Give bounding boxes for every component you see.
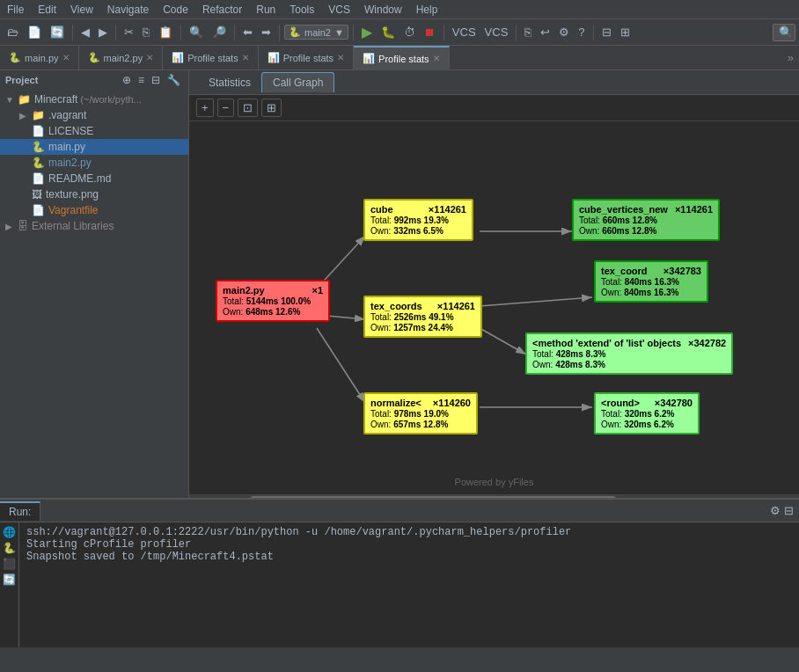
menu-run[interactable]: Run (249, 2, 282, 18)
run-config-dropdown[interactable]: 🐍 main2 ▼ (284, 25, 348, 40)
tab-main-py-close[interactable]: ✕ (62, 53, 70, 62)
sidebar-btn-3[interactable]: ⊟ (149, 73, 163, 87)
tab-main2-py[interactable]: 🐍 main2.py ✕ (79, 46, 164, 70)
tab-profile-stats-1[interactable]: 📊 Profile stats ✕ (163, 46, 258, 70)
help-btn[interactable]: ? (575, 24, 588, 40)
toolbar-search-btn[interactable]: 🔍 (186, 24, 207, 40)
sub-tab-callgraph[interactable]: Call Graph (261, 72, 334, 92)
toolbar-search2-btn[interactable]: 🔎 (209, 24, 230, 40)
fit-btn[interactable]: ⊡ (238, 99, 258, 117)
toolbar-next-btn[interactable]: ➡ (258, 24, 275, 40)
root-folder-icon: 📁 (18, 93, 31, 106)
file-tree: ▼ 📁 Minecraft (~/work/pyth... ▶ 📁 .vagra… (0, 90, 188, 236)
sub-tabbar: Statistics Call Graph (189, 70, 799, 95)
tree-item-main2-py[interactable]: ▶ 🐍 main2.py (0, 155, 188, 171)
tree-root-item[interactable]: ▼ 📁 Minecraft (~/work/pyth... (0, 91, 188, 107)
sub-tab-statistics[interactable]: Statistics (198, 73, 261, 92)
node-tex-coord[interactable]: tex_coord ×342783 Total: 840ms 16.3% Own… (594, 260, 708, 303)
sidebar-btn-2[interactable]: ≡ (136, 73, 147, 87)
node-cube-vertices[interactable]: cube_vertices_new ×114261 Total: 660ms 1… (572, 199, 720, 241)
toolbar-back-btn[interactable]: ◀ (77, 24, 93, 40)
paste2-btn[interactable]: ↩ (537, 24, 553, 40)
run-icon-python[interactable]: 🐍 (3, 542, 16, 554)
menu-refactor[interactable]: Refactor (195, 2, 249, 18)
toolbar-sep-9 (593, 25, 594, 40)
stop-btn[interactable]: ⏹ (421, 24, 439, 40)
tree-item-license[interactable]: ▶ 📄 LICENSE (0, 123, 188, 139)
layout2-btn[interactable]: ⊞ (617, 24, 634, 40)
tab-profile-1-label: Profile stats (187, 53, 238, 63)
layout-btn[interactable]: ⊟ (598, 24, 615, 40)
zoom-in-btn[interactable]: + (196, 99, 214, 117)
toolbar-prev-btn[interactable]: ⬅ (239, 24, 256, 40)
tree-item-main-py[interactable]: ▶ 🐍 main.py (0, 139, 188, 155)
menu-file[interactable]: File (0, 2, 31, 18)
tree-item-readme[interactable]: ▶ 📄 README.md (0, 171, 188, 186)
menu-vcs[interactable]: VCS (321, 2, 357, 18)
export-btn[interactable]: ⊞ (261, 99, 282, 117)
copy2-btn[interactable]: ⎘ (521, 24, 535, 40)
run-icon-globe[interactable]: 🌐 (3, 526, 16, 538)
menu-help[interactable]: Help (409, 2, 445, 18)
tab-main-py[interactable]: 🐍 main.py ✕ (0, 46, 79, 70)
toolbar-new-folder-btn[interactable]: 🗁 (4, 24, 22, 40)
bottom-action-settings[interactable]: ⚙ (770, 504, 781, 517)
sidebar-header: Project ⊕ ≡ ⊟ 🔧 (0, 70, 188, 90)
node-normalize[interactable]: normalize< ×114260 Total: 978ms 19.0% Ow… (363, 392, 478, 435)
menu-edit[interactable]: Edit (31, 2, 63, 18)
tree-item-texture[interactable]: ▶ 🖼 texture.png (0, 186, 188, 202)
tree-item-external-libs[interactable]: ▶ 🗄 External Libraries (0, 218, 188, 234)
toolbar-copy-btn[interactable]: ⎘ (139, 24, 153, 40)
graph-scrollbar-thumb[interactable] (250, 496, 616, 498)
menu-tools[interactable]: Tools (282, 2, 321, 18)
node-cube[interactable]: cube ×114261 Total: 992ms 19.3% Own: 332… (363, 199, 473, 241)
toolbar-new-file-btn[interactable]: 📄 (24, 24, 45, 40)
tab-profile-3-close[interactable]: ✕ (433, 54, 440, 63)
main-py-label: main.py (48, 141, 85, 153)
toolbar-cut-btn[interactable]: ✂ (121, 24, 137, 40)
toolbar-paste-btn[interactable]: 📋 (155, 24, 176, 40)
bottom-action-close[interactable]: ⊟ (784, 504, 794, 517)
toolbar-sync-btn[interactable]: 🔄 (47, 24, 68, 40)
tab-overflow-btn[interactable]: » (782, 51, 799, 64)
tab-profile-stats-3[interactable]: 📊 Profile stats ✕ (354, 46, 449, 70)
toolbar-sep-3 (180, 25, 181, 40)
graph-scrollbar[interactable] (189, 494, 799, 498)
menu-code[interactable]: Code (156, 2, 195, 18)
run-icon-stop[interactable]: ⬛ (3, 558, 16, 570)
content-area: Statistics Call Graph + − ⊡ ⊞ (189, 70, 799, 498)
vcs-btn[interactable]: VCS (449, 24, 480, 40)
tab-profile-stats-2[interactable]: 📊 Profile stats ✕ (259, 46, 354, 70)
tab-main-py-label: main.py (25, 53, 59, 63)
profile-btn[interactable]: ⏱ (400, 24, 419, 40)
zoom-out-btn[interactable]: − (217, 99, 235, 117)
debug-btn[interactable]: 🐛 (378, 24, 399, 40)
sidebar-btn-4[interactable]: 🔧 (165, 73, 183, 87)
sidebar-btn-1[interactable]: ⊕ (120, 73, 134, 87)
node-round-name: <round> ×342780 (601, 398, 693, 408)
node-tex-coords-name: tex_coords ×114261 (370, 301, 475, 311)
node-extend[interactable]: <method 'extend' of 'list' objects ×3427… (525, 332, 733, 375)
run-icon-refresh[interactable]: 🔄 (3, 573, 16, 586)
tab-profile-2-close[interactable]: ✕ (337, 53, 344, 62)
node-tex-coords[interactable]: tex_coords ×114261 Total: 2526ms 49.1% O… (363, 296, 482, 338)
node-round[interactable]: <round> ×342780 Total: 320ms 6.2% Own: 3… (594, 392, 700, 435)
menu-window[interactable]: Window (357, 2, 409, 18)
main-layout: Project ⊕ ≡ ⊟ 🔧 ▼ 📁 Minecraft (~/work/py… (0, 70, 799, 498)
vcs2-btn[interactable]: VCS (481, 24, 512, 40)
node-normalize-name: normalize< ×114260 (370, 398, 471, 408)
menu-view[interactable]: View (63, 2, 100, 18)
tab-profile-1-close[interactable]: ✕ (242, 53, 249, 62)
node-normalize-own: Own: 657ms 12.8% (370, 420, 471, 429)
svg-line-5 (480, 297, 592, 306)
toolbar-forward-btn[interactable]: ▶ (95, 24, 111, 40)
global-search-btn[interactable]: 🔍 (773, 24, 795, 41)
tab-main2-py-close[interactable]: ✕ (146, 53, 153, 62)
tree-item-vagrant-folder[interactable]: ▶ 📁 .vagrant (0, 107, 188, 123)
settings-btn[interactable]: ⚙ (555, 24, 573, 40)
menu-navigate[interactable]: Navigate (100, 2, 156, 18)
node-main2[interactable]: main2.py ×1 Total: 5144ms 100.0% Own: 64… (216, 280, 330, 322)
tree-item-vagrantfile[interactable]: ▶ 📄 Vagrantfile (0, 202, 188, 218)
bottom-tab-run[interactable]: Run: (0, 501, 40, 521)
run-btn[interactable]: ▶ (358, 22, 376, 42)
